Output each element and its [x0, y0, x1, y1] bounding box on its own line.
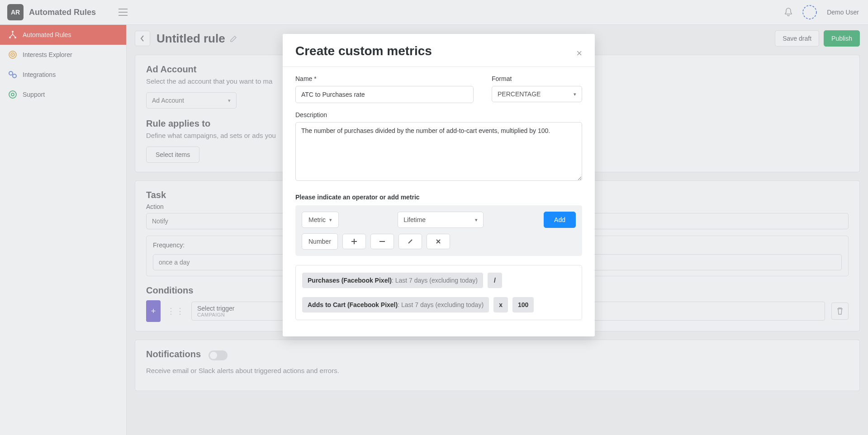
- minus-operator-button[interactable]: [370, 234, 394, 249]
- multiply-operator-button[interactable]: [427, 234, 450, 249]
- formula-operator-chip[interactable]: /: [488, 273, 502, 288]
- name-label: Name *: [295, 75, 474, 82]
- name-input[interactable]: [295, 86, 474, 103]
- formula-metric-chip[interactable]: Purchases (Facebook Pixel): Last 7 days …: [302, 273, 483, 288]
- number-button[interactable]: Number: [302, 233, 338, 250]
- modal-title: Create custom metrics: [295, 44, 432, 58]
- formula-box: Purchases (Facebook Pixel): Last 7 days …: [295, 265, 582, 320]
- formula-number-chip[interactable]: 100: [512, 297, 534, 312]
- close-icon[interactable]: ×: [576, 48, 582, 58]
- timeframe-select[interactable]: Lifetime ▾: [398, 212, 484, 228]
- chevron-down-icon: ▾: [574, 91, 576, 97]
- add-button[interactable]: Add: [544, 212, 576, 228]
- chevron-down-icon: ▾: [329, 217, 332, 223]
- metric-dropdown-button[interactable]: Metric ▾: [302, 212, 339, 228]
- plus-operator-button[interactable]: [342, 234, 366, 249]
- chevron-down-icon: ▾: [475, 217, 478, 223]
- divide-operator-button[interactable]: [398, 234, 422, 249]
- operator-label: Please indicate an operator or add metri…: [295, 194, 582, 201]
- operator-panel: Metric ▾ Lifetime ▾ Add Number: [295, 205, 582, 256]
- format-label: Format: [492, 75, 582, 82]
- formula-operator-chip[interactable]: x: [493, 297, 508, 312]
- description-input[interactable]: The number of purchases divided by the n…: [295, 122, 582, 181]
- format-select[interactable]: PERCENTAGE ▾: [492, 86, 582, 102]
- create-custom-metrics-modal: Create custom metrics × Name * Format PE…: [283, 34, 595, 336]
- description-label: Description: [295, 111, 582, 118]
- formula-metric-chip[interactable]: Adds to Cart (Facebook Pixel): Last 7 da…: [302, 297, 489, 312]
